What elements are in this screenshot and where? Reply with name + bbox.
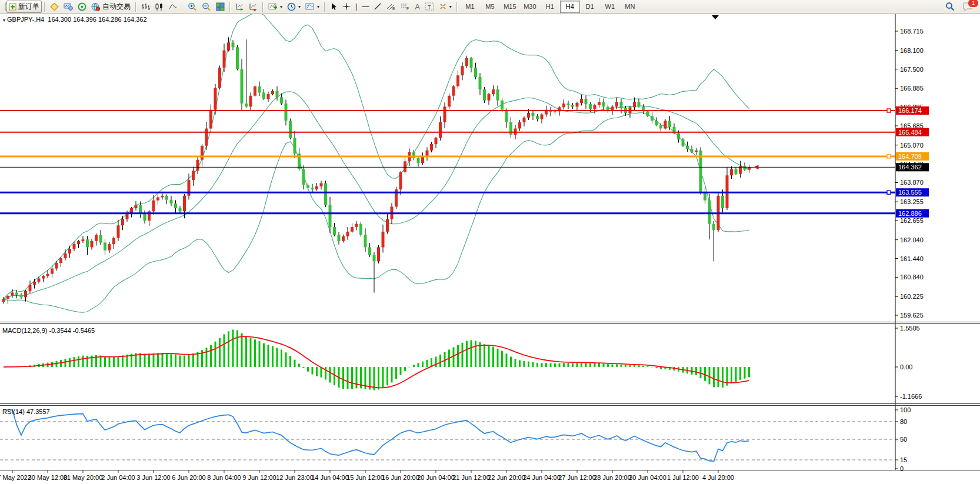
tf-w1-button[interactable]: W1 [600, 1, 620, 13]
candlesticks [2, 37, 751, 304]
time-tick-label: 27 Jun 12:00 [558, 474, 596, 481]
line-chart-icon [168, 2, 177, 11]
tf-m1-button[interactable]: M1 [460, 1, 480, 13]
chart-title[interactable]: ▾GBPJPY-,H4 164.300 164.396 164.286 164.… [3, 16, 147, 23]
time-tick-label: 8 Jun 04:00 [207, 474, 241, 481]
time-tick-label: 30 May 12:00 [28, 474, 68, 481]
hline-handle [887, 109, 891, 112]
time-tick-label: 15 Jun 12:00 [346, 474, 384, 481]
crosshair-tool-button[interactable] [340, 1, 353, 13]
zoom-in-button[interactable] [185, 1, 199, 13]
periods-button[interactable]: ▾ [285, 1, 303, 13]
markers [712, 15, 719, 19]
search-button[interactable] [943, 1, 957, 13]
tf-m15-button[interactable]: M15 [500, 1, 520, 13]
tf-h4-button[interactable]: H4 [560, 1, 580, 13]
indicators-caret-icon: ▾ [280, 4, 282, 9]
market-watch-button[interactable] [61, 1, 75, 13]
price-tick-label: 160.840 [900, 273, 924, 281]
time-tick-label: 1 Jul 12:00 [667, 474, 699, 481]
toolbar-separator [44, 2, 45, 12]
auto-trading-button[interactable]: 自动交易 [89, 1, 133, 13]
line-chart-button[interactable] [166, 1, 179, 13]
hline-price-badge: 165.484 [898, 129, 922, 136]
vertical-line-tool-button[interactable]: | [353, 1, 359, 13]
text-tool-button[interactable]: A [412, 1, 422, 13]
tf-h1-button[interactable]: H1 [540, 1, 560, 13]
time-axis[interactable]: 27 May 202230 May 12:0031 May 20:002 Jun… [0, 470, 734, 481]
templates-button[interactable]: ▾ [303, 1, 322, 13]
hline-icon: — [362, 3, 369, 10]
time-tick-label: 20 Jun 04:00 [417, 474, 455, 481]
rsi-pane: 1008050150 [0, 406, 911, 472]
zoom-out-button[interactable] [199, 1, 214, 13]
chart-window: 新订单 自动交易 [0, 0, 980, 484]
svg-text:F: F [406, 6, 409, 11]
macd-tick-label: -1.1666 [900, 393, 922, 400]
chart-shift-button[interactable] [246, 1, 260, 13]
data-window-button[interactable] [75, 1, 89, 13]
time-tick-label: 21 Jun 12:00 [452, 474, 490, 481]
price-tick-label: 167.500 [900, 66, 924, 73]
tf-m5-button[interactable]: M5 [480, 1, 500, 13]
time-tick-label: 12 Jun 23:00 [276, 474, 314, 481]
hline-objects[interactable] [0, 109, 895, 213]
vline-icon: | [355, 3, 357, 10]
zoom-out-icon [202, 2, 211, 11]
rsi-tick-label: 80 [900, 418, 907, 425]
rsi-tick-label: 100 [900, 406, 911, 413]
price-tick-label: 168.715 [900, 28, 924, 35]
channel-tool-button[interactable]: E [384, 1, 398, 13]
new-order-button[interactable]: 新订单 [6, 1, 42, 13]
chart-canvas[interactable]: 168.715168.100167.500166.885166.285165.6… [0, 14, 980, 484]
time-tick-label: 22 Jun 20:00 [488, 474, 525, 481]
clipped-new-chart-icon[interactable] [1, 1, 6, 12]
price-tick-label: 163.255 [900, 198, 924, 205]
price-tick-label: 160.225 [900, 293, 924, 300]
rsi-tick-label: 15 [900, 456, 907, 463]
rsi-line [4, 410, 749, 461]
macd-tick-label: 1.5505 [900, 325, 920, 332]
horizontal-line-tool-button[interactable]: — [359, 1, 371, 13]
tf-m30-button[interactable]: M30 [520, 1, 540, 13]
hline-price-badge: 163.555 [898, 189, 922, 196]
svg-text:E: E [392, 6, 395, 11]
toolbar-separator [135, 2, 136, 12]
bollinger-middle [4, 92, 749, 299]
arrows-icon [439, 2, 447, 11]
main-toolbar: 新订单 自动交易 [0, 0, 980, 14]
macd-tick-label: 0.00 [900, 363, 912, 370]
time-tick-label: 28 Jun 20:00 [594, 474, 631, 481]
arrows-tool-button[interactable]: ▾ [436, 1, 454, 13]
hline-price-badge: 166.174 [898, 107, 922, 114]
trendline-tool-button[interactable] [371, 1, 384, 13]
ohlc-readout: 164.300 164.396 164.286 164.362 [48, 16, 146, 23]
bar-chart-icon [141, 2, 150, 11]
time-tick-label: 6 Jun 20:00 [172, 474, 206, 481]
tf-d1-button[interactable]: D1 [580, 1, 600, 13]
text-icon: A [415, 3, 420, 11]
symbol-period-label: GBPJPY-,H4 [7, 16, 44, 23]
tile-windows-button[interactable] [214, 1, 227, 13]
clock-icon [287, 2, 296, 11]
toolbar-separator [456, 2, 458, 12]
indicators-button[interactable]: ▾ [266, 1, 285, 13]
tf-mn-button[interactable]: MN [620, 1, 640, 13]
chart-diamond-icon [50, 2, 59, 11]
time-tick-label: 30 Jun 04:00 [629, 474, 666, 481]
notifications-button[interactable]: 1 [961, 1, 975, 13]
auto-scroll-button[interactable] [233, 1, 246, 13]
price-axis[interactable]: 168.715168.100167.500166.885166.285165.6… [895, 14, 929, 470]
pane-separators[interactable] [0, 322, 980, 470]
time-tick-label: 24 Jun 04:00 [523, 474, 561, 481]
crosshair-icon [342, 2, 351, 11]
price-tick-label: 163.870 [900, 179, 924, 186]
bar-chart-button[interactable] [139, 1, 152, 13]
time-tick-label: 14 Jun 04:00 [311, 474, 349, 481]
cursor-tool-button[interactable] [328, 1, 340, 13]
text-label-tool-button[interactable]: T [422, 1, 436, 13]
candle-chart-button[interactable] [152, 1, 166, 13]
macd-pane: 1.55050.00-1.1666 [4, 325, 922, 400]
fibonacci-tool-button[interactable]: F [398, 1, 412, 13]
charts-button[interactable] [48, 1, 61, 13]
